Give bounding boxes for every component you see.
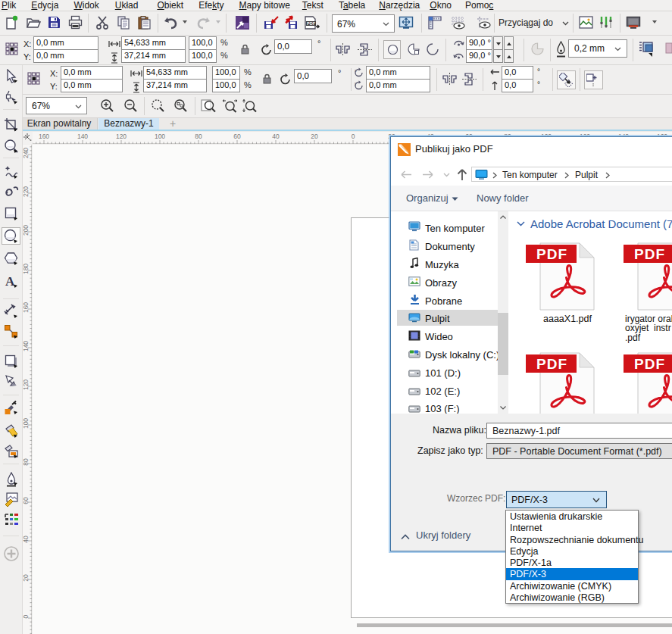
svg-text:120: 120 xyxy=(116,133,127,140)
svg-text:20: 20 xyxy=(23,574,30,582)
svg-text:220: 220 xyxy=(23,186,30,197)
svg-text:160: 160 xyxy=(23,302,30,313)
svg-text:140: 140 xyxy=(77,133,88,140)
svg-text:200: 200 xyxy=(23,225,30,236)
svg-text:0: 0 xyxy=(352,133,355,140)
svg-text:40: 40 xyxy=(272,133,280,140)
svg-text:A: A xyxy=(5,274,15,289)
svg-text:240: 240 xyxy=(23,148,30,158)
svg-text:PDF: PDF xyxy=(634,246,665,262)
svg-text:20: 20 xyxy=(311,133,318,140)
svg-text:PDF: PDF xyxy=(536,246,567,262)
svg-text:100: 100 xyxy=(23,418,30,429)
svg-text:160: 160 xyxy=(39,133,49,140)
svg-text:60: 60 xyxy=(23,497,30,504)
svg-text:120: 120 xyxy=(23,379,30,390)
svg-text:100: 100 xyxy=(155,133,165,140)
svg-text:PDF: PDF xyxy=(536,356,567,372)
svg-text:80: 80 xyxy=(23,458,30,466)
svg-text:180: 180 xyxy=(23,264,30,274)
svg-text:40: 40 xyxy=(23,536,30,543)
svg-text:PDF: PDF xyxy=(307,21,316,26)
svg-text:0: 0 xyxy=(23,614,30,618)
svg-text:80: 80 xyxy=(195,133,202,140)
svg-text:140: 140 xyxy=(23,341,30,351)
svg-text:PDF: PDF xyxy=(634,356,665,372)
svg-text:60: 60 xyxy=(233,133,241,140)
